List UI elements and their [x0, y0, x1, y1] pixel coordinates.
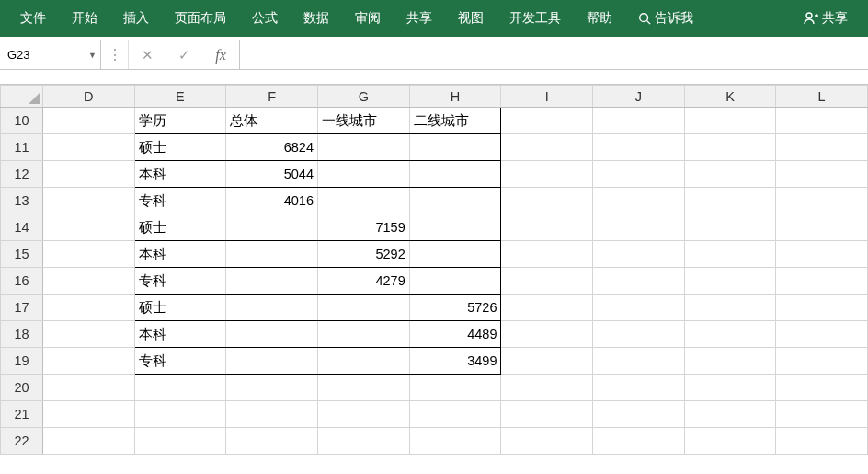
cell-K17[interactable] — [684, 295, 776, 321]
cell-H15[interactable] — [409, 241, 501, 268]
cell-D22[interactable] — [42, 428, 134, 455]
cell-J22[interactable] — [593, 428, 685, 455]
cell-E11[interactable]: 硕士 — [134, 134, 226, 161]
name-box-dropdown-icon[interactable]: ▼ — [88, 51, 97, 60]
row-header-15[interactable]: 15 — [1, 241, 43, 268]
cell-H13[interactable] — [409, 188, 501, 214]
cell-J19[interactable] — [593, 348, 685, 375]
select-all-corner[interactable] — [1, 86, 43, 108]
cell-K10[interactable] — [684, 108, 776, 134]
cell-H17[interactable]: 5726 — [409, 295, 501, 321]
cell-G18[interactable] — [317, 321, 409, 348]
col-header-J[interactable]: J — [593, 86, 685, 108]
spreadsheet-grid[interactable]: D E F G H I J K L 10 学历 总体 一线城市 二线城市 11 … — [0, 85, 868, 474]
row-header-22[interactable]: 22 — [1, 428, 43, 455]
cell-F10[interactable]: 总体 — [226, 108, 318, 134]
cell-G20[interactable] — [317, 375, 409, 401]
cell-L18[interactable] — [776, 321, 868, 348]
cell-D13[interactable] — [42, 188, 134, 214]
cell-K18[interactable] — [684, 321, 776, 348]
share-button[interactable]: 共享 — [791, 0, 861, 37]
cell-I21[interactable] — [501, 401, 593, 428]
tab-view[interactable]: 视图 — [445, 0, 497, 37]
tab-review[interactable]: 审阅 — [342, 0, 394, 37]
enter-button[interactable]: ✓ — [166, 40, 202, 69]
cell-L12[interactable] — [776, 161, 868, 188]
cell-L22[interactable] — [776, 428, 868, 455]
cell-G15[interactable]: 5292 — [317, 241, 409, 268]
cell-D16[interactable] — [42, 268, 134, 295]
cell-I18[interactable] — [501, 321, 593, 348]
row-header-20[interactable]: 20 — [1, 375, 43, 401]
col-header-G[interactable]: G — [317, 86, 409, 108]
cell-E20[interactable] — [134, 375, 226, 401]
cell-L13[interactable] — [776, 188, 868, 214]
tab-file[interactable]: 文件 — [7, 0, 59, 37]
cell-I19[interactable] — [501, 348, 593, 375]
tab-page-layout[interactable]: 页面布局 — [162, 0, 239, 37]
tab-help[interactable]: 帮助 — [574, 0, 625, 37]
cell-J16[interactable] — [593, 268, 685, 295]
tab-developer[interactable]: 开发工具 — [497, 0, 574, 37]
cell-F16[interactable] — [226, 268, 318, 295]
cell-G22[interactable] — [317, 428, 409, 455]
cell-L15[interactable] — [776, 241, 868, 268]
cell-K15[interactable] — [684, 241, 776, 268]
cell-J15[interactable] — [593, 241, 685, 268]
cell-D19[interactable] — [42, 348, 134, 375]
cell-H16[interactable] — [409, 268, 501, 295]
row-header-10[interactable]: 10 — [1, 108, 43, 134]
row-header-11[interactable]: 11 — [1, 134, 43, 161]
cell-F20[interactable] — [226, 375, 318, 401]
insert-function-button[interactable]: fx — [202, 40, 239, 69]
cell-K11[interactable] — [684, 134, 776, 161]
col-header-E[interactable]: E — [134, 86, 226, 108]
cell-H11[interactable] — [409, 134, 501, 161]
cell-E17[interactable]: 硕士 — [134, 295, 226, 321]
col-header-L[interactable]: L — [776, 86, 868, 108]
cell-I20[interactable] — [501, 375, 593, 401]
cell-J14[interactable] — [593, 214, 685, 241]
cell-D18[interactable] — [42, 321, 134, 348]
cell-F21[interactable] — [226, 401, 318, 428]
cell-I10[interactable] — [501, 108, 593, 134]
formula-input[interactable] — [239, 40, 868, 69]
cell-H20[interactable] — [409, 375, 501, 401]
cell-D20[interactable] — [42, 375, 134, 401]
cell-L16[interactable] — [776, 268, 868, 295]
cell-I13[interactable] — [501, 188, 593, 214]
cell-I11[interactable] — [501, 134, 593, 161]
cell-K22[interactable] — [684, 428, 776, 455]
cell-L17[interactable] — [776, 295, 868, 321]
col-header-H[interactable]: H — [409, 86, 501, 108]
cell-H19[interactable]: 3499 — [409, 348, 501, 375]
cell-L21[interactable] — [776, 401, 868, 428]
cell-F14[interactable] — [226, 214, 318, 241]
cell-H10[interactable]: 二线城市 — [409, 108, 501, 134]
cell-D11[interactable] — [42, 134, 134, 161]
cell-E16[interactable]: 专科 — [134, 268, 226, 295]
col-header-F[interactable]: F — [226, 86, 318, 108]
cell-K14[interactable] — [684, 214, 776, 241]
tab-insert[interactable]: 插入 — [110, 0, 162, 37]
cell-J13[interactable] — [593, 188, 685, 214]
cell-F13[interactable]: 4016 — [226, 188, 318, 214]
cell-G13[interactable] — [317, 188, 409, 214]
cell-L20[interactable] — [776, 375, 868, 401]
cell-K16[interactable] — [684, 268, 776, 295]
row-header-21[interactable]: 21 — [1, 401, 43, 428]
row-header-12[interactable]: 12 — [1, 161, 43, 188]
row-header-14[interactable]: 14 — [1, 214, 43, 241]
cell-J12[interactable] — [593, 161, 685, 188]
cell-E19[interactable]: 专科 — [134, 348, 226, 375]
cell-J17[interactable] — [593, 295, 685, 321]
cell-E18[interactable]: 本科 — [134, 321, 226, 348]
col-header-D[interactable]: D — [42, 86, 134, 108]
cell-K12[interactable] — [684, 161, 776, 188]
tab-share[interactable]: 共享 — [394, 0, 445, 37]
cell-L19[interactable] — [776, 348, 868, 375]
row-header-16[interactable]: 16 — [1, 268, 43, 295]
cell-K21[interactable] — [684, 401, 776, 428]
cell-E10[interactable]: 学历 — [134, 108, 226, 134]
cell-E22[interactable] — [134, 428, 226, 455]
